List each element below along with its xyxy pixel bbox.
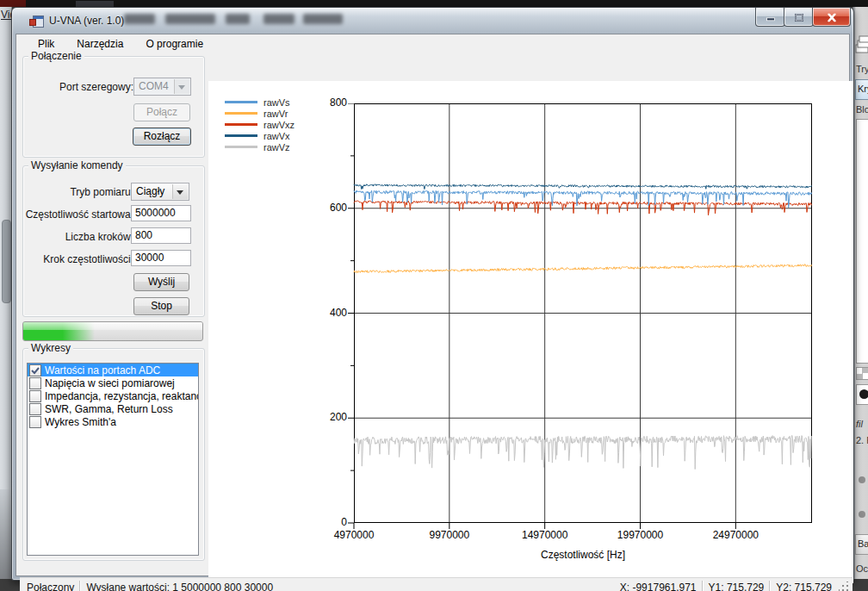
checkbox-unchecked[interactable] bbox=[29, 390, 41, 402]
y-tick-label: 800 bbox=[318, 96, 347, 109]
group-connection: Połączenie Port szeregowy: COM4 Połącz R… bbox=[22, 56, 205, 158]
background-logo-fragment bbox=[0, 0, 26, 7]
connect-button[interactable]: Połącz bbox=[133, 103, 190, 121]
background-label-fil: fil bbox=[856, 419, 863, 429]
background-menu-fragment bbox=[76, 1, 114, 7]
y-tick-label: 0 bbox=[318, 516, 347, 528]
legend-item: rawVxz bbox=[225, 119, 294, 130]
background-button-ba[interactable]: Ba bbox=[855, 534, 868, 555]
background-label-2f: 2. F bbox=[856, 435, 868, 445]
checker-swatch-icon[interactable] bbox=[856, 367, 868, 380]
series-rawVx bbox=[354, 184, 812, 190]
progress-bar bbox=[22, 321, 203, 341]
background-tool-icon[interactable] bbox=[859, 476, 865, 483]
series-rawVr bbox=[354, 264, 812, 273]
combo-dropdown-button[interactable] bbox=[174, 79, 189, 94]
list-item[interactable]: Napięcia w sieci pomiarowej bbox=[28, 376, 198, 389]
glass-menu-blur bbox=[165, 14, 215, 24]
status-connected: Połączony bbox=[27, 582, 74, 591]
app-icon bbox=[29, 14, 43, 28]
glass-menu-blur bbox=[226, 14, 250, 24]
resize-grip-icon[interactable] bbox=[839, 582, 850, 591]
glass-menu-blur bbox=[124, 14, 155, 24]
step-freq-input[interactable]: 30000 bbox=[131, 250, 191, 266]
minimize-button[interactable] bbox=[755, 8, 785, 27]
background-button-kry[interactable]: Kry bbox=[855, 79, 868, 100]
background-tool-icon[interactable] bbox=[859, 511, 865, 518]
plot-svg[interactable] bbox=[347, 103, 812, 530]
menu-item-o-programie[interactable]: O programie bbox=[134, 35, 214, 53]
legend-item: rawVr bbox=[225, 108, 294, 119]
port-combo-value: COM4 bbox=[139, 80, 169, 92]
status-sent-values: Wysłane wartości: 1 5000000 800 30000 bbox=[86, 582, 273, 591]
disconnect-button[interactable]: Rozłącz bbox=[133, 128, 191, 146]
group-command-label: Wysyłanie komendy bbox=[28, 159, 126, 171]
mode-label: Tryb pomiaru: bbox=[70, 186, 133, 198]
start-freq-label: Częstotliwość startowa: bbox=[26, 208, 133, 221]
scrollbar-thumb[interactable] bbox=[2, 220, 11, 303]
circle-swatch-icon[interactable] bbox=[856, 384, 868, 405]
list-item[interactable]: Impedancja, rezystancja, reaktancja bbox=[28, 389, 198, 402]
status-cursor-y2: Y2: 715,729 bbox=[776, 582, 832, 591]
checkbox-unchecked[interactable] bbox=[29, 416, 41, 428]
stop-button[interactable]: Stop bbox=[133, 297, 189, 315]
title-bar[interactable]: U-VNA (ver. 1.0) bbox=[12, 8, 853, 34]
charts-listbox[interactable]: Wartości na portach ADCNapięcia w sieci … bbox=[27, 363, 199, 556]
status-cursor-y1: Y1: 715,729 bbox=[709, 582, 765, 591]
group-charts-label: Wykresy bbox=[28, 342, 73, 354]
list-item[interactable]: Wykres Smith'a bbox=[28, 415, 198, 428]
list-item-label: SWR, Gamma, Return Loss bbox=[45, 403, 173, 415]
maximize-button[interactable] bbox=[784, 8, 814, 27]
mode-combo-value: Ciągły bbox=[136, 185, 164, 197]
list-item[interactable]: Wartości na portach ADC bbox=[28, 364, 198, 376]
list-item-label: Impedancja, rezystancja, reaktancja bbox=[45, 390, 199, 402]
group-connection-label: Połączenie bbox=[28, 50, 84, 62]
legend-label: rawVxz bbox=[264, 120, 294, 130]
checkbox-unchecked[interactable] bbox=[29, 403, 41, 415]
list-item-label: Wartości na portach ADC bbox=[45, 364, 160, 376]
status-cursor-x: X: -9917961,971 bbox=[620, 582, 697, 591]
status-separator bbox=[79, 581, 81, 591]
list-item[interactable]: SWR, Gamma, Return Loss bbox=[28, 402, 198, 415]
checkbox-checked[interactable] bbox=[29, 364, 41, 376]
x-tick-label: 24970000 bbox=[713, 529, 759, 541]
x-tick-label: 19970000 bbox=[617, 529, 663, 541]
left-strip-shadow bbox=[0, 489, 11, 591]
legend-item: rawVs bbox=[225, 96, 294, 108]
status-bar: Połączony Wysłane wartości: 1 5000000 80… bbox=[20, 577, 852, 591]
checkbox-unchecked[interactable] bbox=[29, 377, 41, 389]
send-button[interactable]: Wyślij bbox=[133, 273, 189, 291]
legend-label: rawVx bbox=[264, 131, 290, 141]
status-separator bbox=[769, 581, 771, 591]
series-rawVs bbox=[354, 190, 812, 208]
series-rawVz bbox=[354, 435, 812, 469]
steps-label: Liczba kroków: bbox=[65, 231, 133, 243]
list-item-label: Wykres Smith'a bbox=[45, 416, 116, 428]
start-freq-input[interactable]: 5000000 bbox=[131, 205, 191, 221]
window-title: U-VNA (ver. 1.0) bbox=[49, 15, 124, 27]
progress-gloss bbox=[23, 322, 202, 330]
legend-swatch bbox=[225, 101, 257, 103]
glass-menu-blur bbox=[264, 14, 294, 24]
background-window-right-fragment: Try Kry Blo fil 2. F Ba Oc bbox=[852, 7, 868, 586]
mode-combo[interactable]: Ciągły bbox=[131, 183, 189, 201]
x-tick-label: 14970000 bbox=[522, 529, 567, 541]
close-button[interactable] bbox=[812, 8, 851, 27]
y-tick-label: 400 bbox=[318, 307, 347, 319]
list-item-label: Napięcia w sieci pomiarowej bbox=[45, 377, 175, 389]
port-label: Port szeregowy: bbox=[59, 81, 133, 93]
background-label-blo: Blo bbox=[856, 104, 868, 115]
background-label-oc: Oc bbox=[856, 563, 868, 574]
combo-dropdown-button[interactable] bbox=[172, 184, 188, 199]
legend-label: rawVr bbox=[264, 109, 288, 119]
steps-input[interactable]: 800 bbox=[131, 227, 191, 244]
port-combo[interactable]: COM4 bbox=[133, 78, 191, 96]
x-axis-title: Częstotliwość [Hz] bbox=[541, 549, 625, 561]
client-area: Plik Narzędzia O programie Połączenie Po… bbox=[16, 34, 850, 576]
group-charts: Wykresy Wartości na portach ADCNapięcia … bbox=[22, 348, 205, 561]
layers-icon bbox=[855, 33, 868, 55]
chevron-down-icon bbox=[178, 85, 185, 93]
background-listbox[interactable] bbox=[856, 119, 868, 364]
status-separator bbox=[702, 581, 704, 591]
legend-item: rawVx bbox=[225, 130, 294, 141]
